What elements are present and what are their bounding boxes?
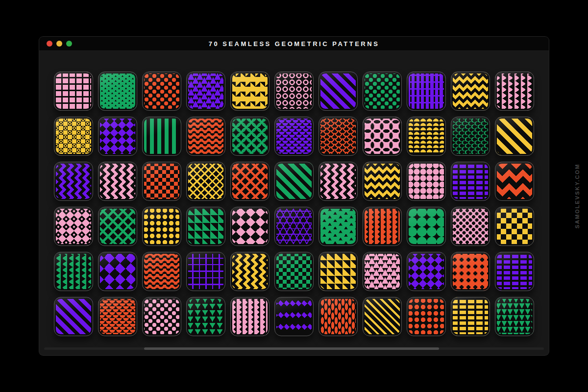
pattern-swatch-48[interactable] <box>186 252 225 291</box>
pattern-swatch-22[interactable] <box>495 117 534 156</box>
pattern-swatch-35[interactable] <box>98 207 137 246</box>
pattern-swatch-13[interactable] <box>98 117 137 156</box>
pattern-swatch-33[interactable] <box>495 162 534 201</box>
pattern-swatch-20[interactable] <box>407 117 446 156</box>
pattern-swatch-57[interactable] <box>98 297 137 336</box>
pattern-swatch-42[interactable] <box>407 207 446 246</box>
pattern-swatch-4[interactable] <box>186 72 225 111</box>
pattern-swatch-25[interactable] <box>142 162 181 201</box>
pattern-swatch-54[interactable] <box>451 252 490 291</box>
pattern-swatch-31[interactable] <box>407 162 446 201</box>
pattern-swatch-21[interactable] <box>451 117 490 156</box>
pattern-swatch-36[interactable] <box>142 207 181 246</box>
pattern-swatch-5[interactable] <box>230 72 270 111</box>
horizontal-scrollbar[interactable] <box>44 347 544 350</box>
pattern-swatch-6[interactable] <box>274 72 314 111</box>
pattern-swatch-53[interactable] <box>407 252 446 291</box>
window-title: 70 SEAMLESS GEOMETRIC PATTERNS <box>39 37 549 50</box>
pattern-swatch-37[interactable] <box>186 207 225 246</box>
pattern-swatch-28[interactable] <box>274 162 314 201</box>
pattern-swatch-55[interactable] <box>495 252 534 291</box>
pattern-swatch-1[interactable] <box>54 72 93 111</box>
pattern-swatch-15[interactable] <box>186 117 225 156</box>
pattern-swatch-61[interactable] <box>274 297 314 336</box>
title-bar[interactable]: 70 SEAMLESS GEOMETRIC PATTERNS <box>39 37 549 51</box>
pattern-swatch-40[interactable] <box>318 207 358 246</box>
pattern-swatch-24[interactable] <box>98 162 137 201</box>
pattern-swatch-30[interactable] <box>363 162 402 201</box>
patterns-window: 70 SEAMLESS GEOMETRIC PATTERNS <box>39 37 549 355</box>
pattern-swatch-46[interactable] <box>98 252 137 291</box>
pattern-swatch-29[interactable] <box>318 162 358 201</box>
pattern-swatch-64[interactable] <box>407 297 446 336</box>
pattern-swatch-59[interactable] <box>186 297 225 336</box>
pattern-swatch-65[interactable] <box>451 297 490 336</box>
pattern-swatch-60[interactable] <box>230 297 270 336</box>
pattern-swatch-49[interactable] <box>230 252 270 291</box>
pattern-swatch-10[interactable] <box>451 72 490 111</box>
pattern-swatch-34[interactable] <box>54 207 93 246</box>
pattern-swatch-7[interactable] <box>318 72 358 111</box>
pattern-swatch-41[interactable] <box>363 207 402 246</box>
pattern-swatch-11[interactable] <box>495 72 534 111</box>
pattern-swatch-43[interactable] <box>451 207 490 246</box>
pattern-swatch-8[interactable] <box>363 72 402 111</box>
pattern-grid <box>39 51 549 336</box>
pattern-swatch-23[interactable] <box>54 162 93 201</box>
pattern-swatch-63[interactable] <box>363 297 402 336</box>
pattern-swatch-56[interactable] <box>54 297 93 336</box>
pattern-swatch-17[interactable] <box>274 117 314 156</box>
scrollbar-thumb[interactable] <box>144 347 439 350</box>
pattern-swatch-12[interactable] <box>54 117 93 156</box>
pattern-swatch-44[interactable] <box>495 207 534 246</box>
pattern-swatch-38[interactable] <box>230 207 270 246</box>
pattern-swatch-27[interactable] <box>230 162 270 201</box>
pattern-swatch-3[interactable] <box>142 72 181 111</box>
pattern-swatch-45[interactable] <box>54 252 93 291</box>
pattern-swatch-50[interactable] <box>274 252 314 291</box>
pattern-swatch-19[interactable] <box>363 117 402 156</box>
watermark-text: SAMOLEVSKY.COM <box>574 164 580 229</box>
pattern-swatch-2[interactable] <box>98 72 137 111</box>
pattern-swatch-66[interactable] <box>495 297 534 336</box>
pattern-swatch-62[interactable] <box>318 297 358 336</box>
pattern-swatch-58[interactable] <box>142 297 181 336</box>
pattern-swatch-51[interactable] <box>318 252 358 291</box>
pattern-swatch-47[interactable] <box>142 252 181 291</box>
pattern-swatch-52[interactable] <box>363 252 402 291</box>
pattern-swatch-39[interactable] <box>274 207 314 246</box>
pattern-swatch-16[interactable] <box>230 117 270 156</box>
pattern-swatch-26[interactable] <box>186 162 225 201</box>
pattern-swatch-14[interactable] <box>142 117 181 156</box>
pattern-swatch-32[interactable] <box>451 162 490 201</box>
pattern-swatch-9[interactable] <box>407 72 446 111</box>
pattern-swatch-18[interactable] <box>318 117 358 156</box>
